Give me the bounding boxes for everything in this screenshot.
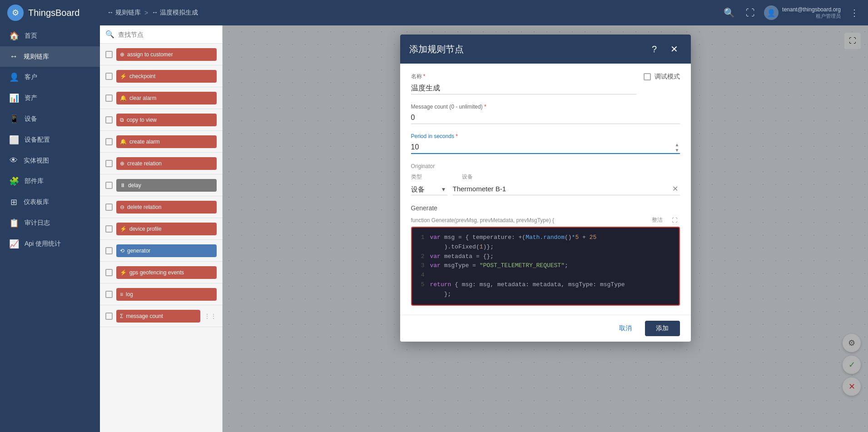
assign-icon: ⊕	[120, 51, 124, 58]
node-badge-device-profile: ⚡ device profile	[116, 223, 217, 235]
list-item[interactable]: ≡ log	[100, 283, 222, 305]
period-increment[interactable]: ▲	[675, 142, 680, 148]
node-panel: 🔍 ⊕ assign to customer ⚡ checkpoint →	[100, 25, 223, 432]
code-content-2: var metadata = {};	[430, 252, 494, 262]
period-input[interactable]	[411, 141, 680, 154]
node-checkbox[interactable]	[105, 94, 113, 102]
line-num-1: 1	[417, 233, 425, 252]
node-checkbox[interactable]	[105, 247, 113, 254]
node-badge-generator: ⟲ generator	[116, 244, 217, 257]
sidebar-item-entity-view[interactable]: 👁 实体视图	[0, 150, 100, 171]
fullscreen-button[interactable]: ⛶	[744, 6, 757, 20]
cancel-button[interactable]: 取消	[612, 321, 640, 336]
logo-text: ThingsBoard	[28, 8, 79, 18]
list-item[interactable]: ⚡ gps geofencing events	[100, 262, 222, 283]
copy-to-view-icon: ⧉	[120, 117, 124, 123]
node-checkbox[interactable]	[105, 160, 113, 167]
device-clear-button[interactable]: ✕	[670, 184, 680, 193]
code-line-5: 5 return { msg: msg, metadata: metadata,…	[417, 280, 674, 299]
list-item[interactable]: ⚡ device profile	[100, 218, 222, 240]
node-checkbox[interactable]	[105, 182, 113, 189]
drag-handle[interactable]: ⋮⋮	[204, 313, 217, 320]
list-item[interactable]: ⊖ delete relation	[100, 196, 222, 218]
delay-icon: ⏸	[120, 182, 125, 189]
list-item[interactable]: ⏸ delay	[100, 174, 222, 196]
name-debug-row: 名称 调试模式	[411, 73, 680, 94]
log-icon: ≡	[120, 291, 123, 298]
more-menu-button[interactable]: ⋮	[848, 5, 861, 20]
sidebar-item-customers[interactable]: 👤 客户	[0, 67, 100, 88]
search-input[interactable]	[118, 31, 217, 38]
type-select[interactable]: 设备 资产 客户	[411, 184, 447, 195]
node-checkbox[interactable]	[105, 204, 113, 211]
device-input[interactable]	[453, 185, 670, 193]
node-checkbox[interactable]	[105, 51, 113, 58]
list-item[interactable]: 🔔 clear alarm →	[100, 87, 222, 109]
sidebar-item-widgets[interactable]: 🧩 部件库	[0, 171, 100, 192]
sidebar-item-home[interactable]: 🏠 首页	[0, 25, 100, 46]
add-button[interactable]: 添加	[645, 321, 680, 336]
node-checkbox[interactable]	[105, 138, 113, 145]
node-checkbox[interactable]	[105, 116, 113, 124]
delete-relation-icon: ⊖	[120, 204, 124, 210]
period-decrement[interactable]: ▼	[675, 148, 680, 153]
node-label-message-count: message count	[126, 313, 163, 319]
device-profile-icon: ⬜	[9, 135, 19, 145]
node-checkbox[interactable]	[105, 313, 113, 320]
clean-button[interactable]: 整洁	[649, 215, 665, 225]
code-content-4	[430, 271, 434, 280]
list-item[interactable]: ⊕ assign to customer	[100, 44, 222, 65]
list-item[interactable]: Σ message count ⋮⋮	[100, 305, 222, 327]
node-checkbox[interactable]	[105, 225, 113, 233]
node-search-bar: 🔍	[100, 25, 222, 44]
search-button[interactable]: 🔍	[722, 5, 737, 20]
breadcrumb: ↔ 规则链库 > ↔ 温度模拟生成	[107, 9, 722, 17]
list-item[interactable]: ⊕ create relation	[100, 153, 222, 174]
dialog-header: 添加规则节点 ? ✕	[400, 35, 691, 64]
name-input[interactable]	[411, 82, 636, 94]
list-item[interactable]: ⚡ checkpoint →	[100, 65, 222, 87]
node-badge-checkpoint: ⚡ checkpoint	[116, 70, 217, 83]
sidebar-item-assets[interactable]: 📊 资产	[0, 88, 100, 109]
message-count-input[interactable]	[411, 112, 680, 124]
list-item[interactable]: ⧉ copy to view	[100, 109, 222, 131]
node-badge-clear-alarm: 🔔 clear alarm	[116, 92, 217, 104]
device-profile-node-icon: ⚡	[120, 226, 127, 232]
sidebar-item-device-profile[interactable]: ⬜ 设备配置	[0, 129, 100, 150]
sidebar-item-audit[interactable]: 📋 审计日志	[0, 213, 100, 233]
sidebar-item-dashboard[interactable]: ⊞ 仪表板库	[0, 192, 100, 213]
code-content-1: var msg = { temperature: +(Math.random()…	[430, 233, 597, 252]
search-icon: 🔍	[105, 30, 114, 39]
generate-section: Generate function Generate(prevMsg, prev…	[411, 204, 680, 306]
dialog-close-button[interactable]: ✕	[667, 42, 682, 56]
top-header: ⚙ ThingsBoard ↔ 规则链库 > ↔ 温度模拟生成 🔍 ⛶ 👤 te…	[0, 0, 868, 25]
list-item[interactable]: ⟲ generator →	[100, 240, 222, 262]
node-checkbox[interactable]	[105, 73, 113, 80]
modal-backdrop: 添加规则节点 ? ✕ 名称	[223, 25, 868, 432]
node-label-gps: gps geofencing events	[129, 269, 184, 276]
node-checkbox[interactable]	[105, 291, 113, 298]
dialog-help-button[interactable]: ?	[647, 42, 662, 56]
sidebar-item-devices[interactable]: 📱 设备	[0, 109, 100, 129]
generate-label: Generate	[411, 204, 680, 212]
period-group: Period in seconds ▲ ▼	[411, 133, 680, 154]
dashboard-icon: ⊞	[9, 197, 18, 207]
debug-mode-group: 调试模式	[644, 73, 680, 81]
audit-icon: 📋	[9, 218, 19, 228]
debug-checkbox[interactable]	[644, 73, 651, 80]
node-label-clear-alarm: clear alarm	[129, 95, 156, 101]
canvas-area[interactable]: ⛶ 添加规则节点 ? ✕ 名称	[223, 25, 868, 432]
debug-label: 调试模式	[655, 73, 680, 81]
breadcrumb-rules-label: ↔ 规则链库	[107, 9, 141, 17]
line-num-3: 3	[417, 261, 425, 271]
list-item[interactable]: 🔔 create alarm	[100, 131, 222, 153]
sidebar-item-rules[interactable]: ↔ 规则链库	[0, 46, 100, 67]
sidebar-item-api[interactable]: 📈 Api 使用统计	[0, 233, 100, 254]
main-layout: 🏠 首页 ↔ 规则链库 👤 客户 📊 资产 📱 设备 ⬜ 设备配置 👁 实体视图	[0, 25, 868, 432]
node-list: ⊕ assign to customer ⚡ checkpoint → 🔔 cl…	[100, 44, 222, 432]
fullscreen-code-button[interactable]: ⛶	[669, 215, 680, 225]
breadcrumb-rules[interactable]: ↔ 规则链库	[107, 9, 141, 17]
user-avatar: 👤	[764, 5, 779, 20]
code-editor[interactable]: 1 var msg = { temperature: +(Math.random…	[411, 227, 680, 306]
node-checkbox[interactable]	[105, 269, 113, 276]
